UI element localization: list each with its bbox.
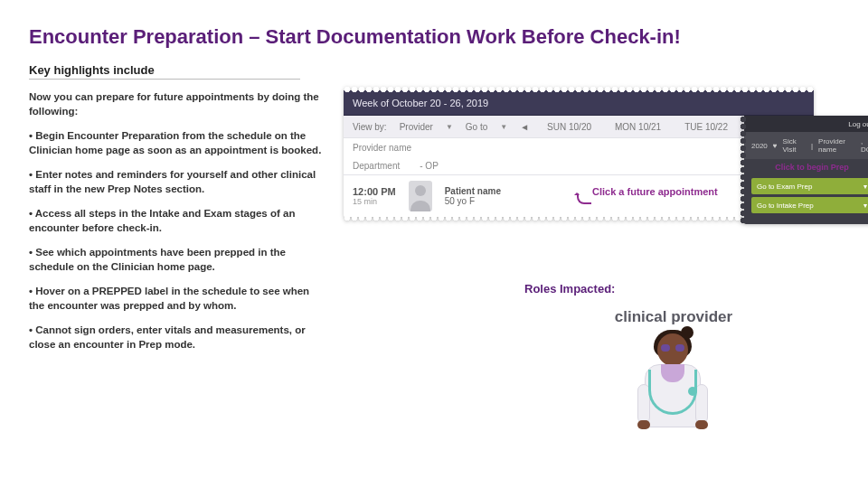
bullet-hover-prepped: • Hover on a PREPPED label in the schedu…: [29, 285, 327, 313]
role-clinical-provider: clinical provider: [524, 308, 823, 326]
provider-name-label: Provider name: [353, 143, 411, 153]
chevron-down-icon: ▼: [500, 123, 507, 131]
viewby-label: View by:: [353, 122, 387, 132]
clinical-provider-illustration: [628, 330, 719, 438]
key-highlights-heading: Key highlights include: [29, 63, 300, 80]
callout-arrow-icon: [577, 192, 593, 204]
prep-panel: Log out 2020 ♥ Sick Visit | Provider nam…: [744, 116, 868, 224]
week-label: Week of October 20 - 26, 2019: [353, 98, 488, 108]
bullet-access-stages: • Access all steps in the Intake and Exa…: [29, 207, 327, 235]
department-label: Department: [353, 161, 400, 171]
page-title: Encounter Preparation – Start Documentat…: [29, 25, 839, 49]
bullet-cannot-sign: • Cannot sign orders, enter vitals and m…: [29, 324, 327, 352]
department-value: - OP: [420, 161, 439, 171]
go-to-intake-prep-button[interactable]: Go to Intake Prep▾: [751, 197, 868, 213]
callout-click-appointment: Click a future appointment: [592, 186, 718, 197]
nav-prev-icon[interactable]: ◄: [520, 122, 529, 132]
goto-label[interactable]: Go to: [466, 122, 487, 132]
patient-info: Patient name 50 yo F: [445, 186, 501, 206]
bullet-prep-notes: • Enter notes and reminders for yourself…: [29, 168, 327, 196]
patient-avatar-icon: [409, 181, 432, 211]
chevron-down-icon: ▼: [446, 123, 453, 131]
intro-text: Now you can prepare for future appointme…: [29, 90, 327, 118]
day-tue[interactable]: TUE 10/22: [679, 119, 733, 135]
appointment-time: 12:00 PM 15 min: [353, 186, 396, 206]
week-header-bar: Week of October 20 - 26, 2019: [344, 90, 814, 116]
callout-begin-prep: Click to begin Prep: [744, 159, 868, 175]
highlights-column: Now you can prepare for future appointme…: [29, 90, 327, 362]
logout-link[interactable]: Log out: [848, 120, 868, 128]
chevron-down-icon: ▾: [863, 183, 867, 191]
bullet-begin-prep: • Begin Encounter Preparation from the s…: [29, 129, 327, 157]
bullet-see-prepped: • See which appointments have been prepp…: [29, 246, 327, 274]
chevron-down-icon: ▾: [863, 202, 867, 210]
viewby-value[interactable]: Provider: [400, 122, 433, 132]
day-sun[interactable]: SUN 10/20: [542, 119, 597, 135]
go-to-exam-prep-button[interactable]: Go to Exam Prep▾: [751, 178, 868, 194]
roles-impacted-heading: Roles Impacted:: [524, 282, 823, 296]
day-mon[interactable]: MON 10/21: [609, 119, 666, 135]
patient-context-row: 2020 ♥ Sick Visit | Provider name , DO: [744, 132, 868, 159]
